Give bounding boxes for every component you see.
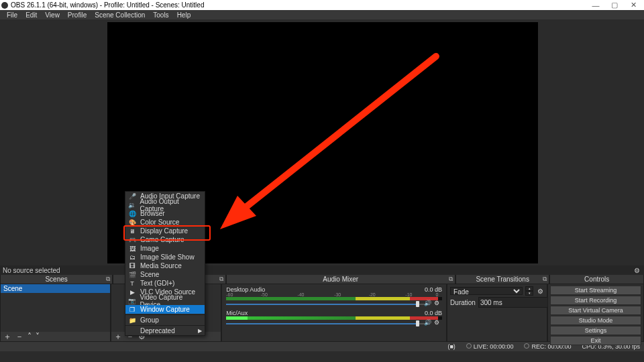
transition-spin[interactable]: ▴▾ — [525, 286, 533, 296]
ctxmenu-item-label: Color Source — [140, 219, 179, 226]
menu-separator — [125, 314, 205, 315]
speaker-icon[interactable]: 🔊 — [424, 300, 431, 306]
app-icon — [1, 2, 8, 9]
globe-icon: 🌐 — [128, 210, 136, 217]
scene-item[interactable]: Scene — [1, 284, 110, 293]
mixer-track-db: 0.0 dB — [425, 286, 442, 293]
transitions-panel-header: Scene Transitions⧉ — [455, 275, 550, 284]
start-streaming-button[interactable]: Start Streaming — [550, 286, 641, 295]
submenu-arrow-icon: ▶ — [198, 328, 202, 334]
start-recording-button[interactable]: Start Recording — [550, 296, 641, 305]
no-source-label: No source selected — [3, 267, 60, 274]
close-button[interactable]: ✕ — [624, 1, 643, 9]
ctxmenu-item-label: Group — [140, 316, 159, 324]
ctxmenu-item-scene[interactable]: 🎬Scene — [125, 270, 205, 279]
move-up-icon[interactable]: ˄ — [28, 332, 32, 341]
transitions-panel: Fade ▴▾ ⚙ Duration ▴▾ — [447, 284, 547, 342]
ctxmenu-item-display-capture[interactable]: 🖥Display Capture — [125, 227, 205, 235]
ctxmenu-item-group[interactable]: 📁Group — [125, 316, 205, 324]
scenes-panel-header: Scenes⧉ — [0, 275, 113, 284]
live-indicator-icon — [466, 343, 472, 349]
undock-icon[interactable]: ⧉ — [106, 276, 110, 283]
ctxmenu-item-label: Image — [140, 245, 159, 252]
speaker-icon: 🔉 — [128, 202, 136, 208]
status-bar: (■) LIVE: 00:00:00 REC: 00:00:00 CPU: 0.… — [0, 342, 644, 351]
menu-separator — [125, 325, 205, 326]
play-icon: ▶ — [128, 289, 136, 296]
undock-icon[interactable]: ⧉ — [449, 276, 453, 283]
window-title: OBS 26.1.1 (64-bit, windows) - Profile: … — [11, 1, 586, 9]
ctxmenu-item-image-slide-show[interactable]: 🗂Image Slide Show — [125, 253, 205, 261]
ctxmenu-item-label: Browser — [140, 210, 165, 217]
move-down-icon[interactable]: ˅ — [36, 332, 40, 341]
ctxmenu-item-deprecated[interactable]: Deprecated▶ — [125, 326, 205, 335]
speaker-icon[interactable]: 🔊 — [424, 319, 431, 326]
mixer-volume-slider[interactable]: 🔊 ⚙ — [226, 320, 442, 326]
ctxmenu-item-label: Deprecated — [140, 327, 175, 335]
ctxmenu-item-label: Image Slide Show — [140, 253, 195, 261]
window-icon: ❐ — [128, 306, 136, 313]
menu-help[interactable]: Help — [173, 11, 195, 19]
window-titlebar: OBS 26.1.1 (64-bit, windows) - Profile: … — [0, 0, 644, 10]
camera-icon: 📷 — [128, 298, 136, 304]
duration-label: Duration — [450, 299, 476, 306]
ctxmenu-item-audio-output-capture[interactable]: 🔉Audio Output Capture — [125, 200, 205, 209]
ctxmenu-item-label: Media Source — [140, 262, 182, 269]
add-source-icon[interactable]: ＋ — [114, 331, 122, 343]
dock-icon[interactable]: (■) — [447, 343, 455, 350]
minimize-button[interactable]: — — [586, 1, 605, 9]
film-icon: 🎞 — [128, 263, 136, 269]
palette-icon: 🎨 — [128, 219, 136, 226]
remove-scene-icon[interactable]: － — [15, 331, 23, 343]
blank-icon — [128, 328, 136, 335]
transition-select[interactable]: Fade — [450, 287, 523, 295]
image-icon: 🖼 — [128, 245, 136, 252]
live-status: LIVE: 00:00:00 — [474, 343, 514, 350]
controls-panel: Start Streaming Start Recording Start Vi… — [547, 284, 644, 342]
gamepad-icon: 🎮 — [128, 237, 136, 243]
settings-button[interactable]: Settings — [550, 326, 641, 335]
menu-file[interactable]: File — [3, 11, 21, 19]
ctxmenu-item-label: Window Capture — [140, 306, 190, 313]
controls-panel-header: Controls — [549, 275, 644, 284]
maximize-button[interactable]: ▢ — [605, 1, 624, 9]
menu-bar: File Edit View Profile Scene Collection … — [0, 10, 644, 19]
slides-icon: 🗂 — [128, 254, 136, 261]
ctxmenu-item-media-source[interactable]: 🎞Media Source — [125, 261, 205, 270]
scenes-panel: Scene ＋ － ˄ ˅ — [0, 284, 111, 342]
audio-mixer-panel: Desktop Audio0.0 dB -60-50-40-30-20-100 … — [221, 284, 447, 342]
ctxmenu-item-label: Game Capture — [140, 236, 184, 243]
ctxmenu-item-label: Text (GDI+) — [140, 280, 174, 287]
ctxmenu-item-game-capture[interactable]: 🎮Game Capture — [125, 235, 205, 244]
mixer-volume-slider[interactable]: 🔊 ⚙ — [226, 301, 442, 307]
mixer-track-db: 0.0 dB — [425, 310, 442, 316]
monitor-icon: 🖥 — [128, 228, 136, 235]
menu-profile[interactable]: Profile — [64, 11, 91, 19]
exit-button[interactable]: Exit — [550, 336, 641, 345]
rec-indicator-icon — [524, 343, 529, 349]
ctxmenu-item-color-source[interactable]: 🎨Color Source — [125, 218, 205, 227]
add-scene-icon[interactable]: ＋ — [3, 331, 11, 343]
menu-view[interactable]: View — [41, 11, 64, 19]
gear-icon[interactable]: ⚙ — [434, 319, 439, 326]
clapper-icon: 🎬 — [128, 272, 136, 278]
menu-edit[interactable]: Edit — [21, 11, 41, 19]
ctxmenu-item-video-capture-device[interactable]: 📷Video Capture Device — [125, 296, 205, 305]
ctxmenu-item-window-capture[interactable]: ❐Window Capture — [125, 305, 205, 314]
source-properties-gear-icon[interactable]: ⚙ — [632, 267, 641, 274]
undock-icon[interactable]: ⧉ — [219, 276, 223, 283]
gear-icon[interactable]: ⚙ — [434, 300, 439, 306]
mixer-meter — [226, 316, 442, 320]
ctxmenu-item-text-gdi-[interactable]: TText (GDI+) — [125, 279, 205, 288]
menu-scene-collection[interactable]: Scene Collection — [91, 11, 149, 19]
no-source-bar: No source selected ⚙ — [0, 265, 644, 275]
preview-area — [0, 19, 644, 265]
ctxmenu-item-browser[interactable]: 🌐Browser — [125, 209, 205, 218]
undock-icon[interactable]: ⧉ — [543, 276, 547, 283]
gear-icon[interactable]: ⚙ — [536, 288, 544, 295]
folder-icon: 📁 — [128, 317, 136, 324]
start-virtual-camera-button[interactable]: Start Virtual Camera — [550, 306, 641, 315]
menu-tools[interactable]: Tools — [149, 11, 172, 19]
studio-mode-button[interactable]: Studio Mode — [550, 316, 641, 325]
ctxmenu-item-image[interactable]: 🖼Image — [125, 244, 205, 253]
